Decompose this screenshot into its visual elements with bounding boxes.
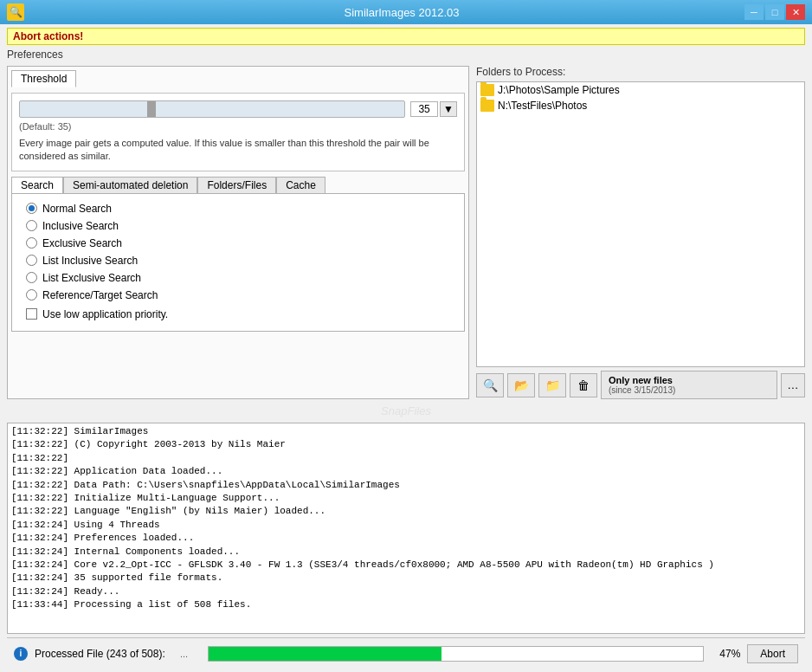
- log-line: [11:32:24] Internal Components loaded...: [11, 546, 801, 559]
- status-sub: ...: [180, 649, 197, 659]
- search-folders-button[interactable]: 🔍: [476, 373, 504, 397]
- delete-folder-button[interactable]: 🗑: [570, 373, 597, 397]
- close-button[interactable]: ✕: [786, 4, 805, 20]
- low-priority-label: Use low application priority.: [42, 308, 168, 320]
- threshold-dropdown[interactable]: ▼: [440, 101, 457, 117]
- folder-path-0: J:\Photos\Sample Pictures: [498, 84, 620, 96]
- radio-exclusive-circle[interactable]: [26, 237, 37, 249]
- radio-group: Normal Search Inclusive Search Exclusive…: [26, 203, 450, 301]
- threshold-value[interactable]: 35: [410, 101, 438, 117]
- watermark: SnapFiles: [7, 403, 805, 419]
- only-new-files-label: Only new files: [609, 375, 673, 385]
- top-section: Threshold 35 ▼ (Default: 35) Every image…: [7, 66, 805, 399]
- log-line: [11:32:22] Language "English" (by Nils M…: [11, 505, 801, 518]
- folder-item-1[interactable]: N:\TestFiles\Photos: [477, 98, 804, 113]
- radio-list-exclusive-circle[interactable]: [26, 272, 37, 283]
- log-line: [11:32:22] SimilarImages: [11, 425, 801, 438]
- log-line: [11:32:24] Core v2.2_Opt-ICC - GFLSDK 3.…: [11, 559, 801, 572]
- log-line: [11:32:24] Preferences loaded...: [11, 532, 801, 545]
- watermark-text: SnapFiles: [381, 404, 431, 417]
- folder-path-1: N:\TestFiles\Photos: [498, 100, 587, 112]
- radio-list-inclusive-circle[interactable]: [26, 255, 37, 266]
- radio-list-exclusive[interactable]: List Exclusive Search: [26, 272, 450, 284]
- radio-normal-label: Normal Search: [42, 203, 112, 215]
- progress-bar: [209, 647, 441, 661]
- status-processed: Processed File (243 of 508):: [35, 648, 173, 660]
- low-priority-item[interactable]: Use low application priority.: [26, 308, 450, 320]
- log-line: [11:32:24] 35 supported file formats.: [11, 572, 801, 585]
- radio-inclusive-circle[interactable]: [26, 220, 37, 231]
- main-area: Abort actions! Preferences Threshold 35 …: [0, 24, 812, 672]
- status-icon: i: [14, 647, 28, 661]
- radio-list-inclusive-label: List Inclusive Search: [42, 255, 138, 267]
- folders-panel: Folders to Process: J:\Photos\Sample Pic…: [476, 66, 805, 399]
- folders-list[interactable]: J:\Photos\Sample Pictures N:\TestFiles\P…: [476, 81, 805, 367]
- only-new-files-since: (since 3/15/2013): [609, 385, 675, 395]
- log-line: [11:33:44] Processing a list of 508 file…: [11, 598, 801, 611]
- folders-toolbar: 🔍 📂 📁 🗑 Only new files (since 3/15/2013)…: [476, 371, 805, 399]
- log-line: [11:32:22]: [11, 452, 801, 465]
- radio-normal[interactable]: Normal Search: [26, 203, 450, 215]
- log-line: [11:32:24] Ready...: [11, 585, 801, 598]
- more-button[interactable]: …: [781, 373, 805, 397]
- log-line: [11:32:22] (C) Copyright 2003-2013 by Ni…: [11, 438, 801, 451]
- radio-inclusive[interactable]: Inclusive Search: [26, 220, 450, 232]
- log-line: [11:32:24] Using 4 Threads: [11, 519, 801, 532]
- radio-reference-label: Reference/Target Search: [42, 289, 158, 301]
- threshold-content: 35 ▼ (Default: 35) Every image pair gets…: [11, 93, 465, 171]
- log-line: [11:32:22] Data Path: C:\Users\snapfiles…: [11, 479, 801, 492]
- window-controls: ─ □ ✕: [744, 4, 805, 20]
- folders-label: Folders to Process:: [476, 66, 805, 78]
- tab-search[interactable]: Search: [11, 177, 63, 193]
- radio-reference[interactable]: Reference/Target Search: [26, 289, 450, 301]
- status-bar: i Processed File (243 of 508): ... 47% A…: [7, 637, 805, 669]
- log-line: [11:32:22] Application Data loaded...: [11, 465, 801, 478]
- search-tabs-bar: Search Semi-automated deletion Folders/F…: [11, 177, 465, 193]
- radio-list-inclusive[interactable]: List Inclusive Search: [26, 255, 450, 267]
- radio-list-exclusive-label: List Exclusive Search: [42, 272, 141, 284]
- slider-row: 35 ▼: [19, 100, 457, 118]
- low-priority-checkbox[interactable]: [26, 308, 37, 320]
- log-line: [11:32:22] Initialize Multi-Language Sup…: [11, 492, 801, 505]
- tab-semi-automated[interactable]: Semi-automated deletion: [63, 177, 197, 193]
- minimize-button[interactable]: ─: [744, 4, 764, 20]
- tab-cache[interactable]: Cache: [276, 177, 325, 193]
- threshold-slider-track[interactable]: [19, 100, 405, 118]
- search-content: Normal Search Inclusive Search Exclusive…: [11, 193, 465, 332]
- threshold-desc: Every image pair gets a computed value. …: [19, 137, 457, 164]
- app-icon: 🔍: [7, 3, 24, 21]
- radio-inclusive-label: Inclusive Search: [42, 220, 119, 232]
- window-title: SimilarImages 2012.03: [59, 6, 744, 19]
- threshold-slider-thumb[interactable]: [147, 101, 156, 117]
- threshold-default: (Default: 35): [19, 121, 457, 132]
- folder-icon-0: [480, 84, 494, 96]
- title-bar: 🔍 SimilarImages 2012.03 ─ □ ✕: [0, 0, 812, 24]
- radio-normal-circle[interactable]: [26, 203, 37, 214]
- radio-exclusive[interactable]: Exclusive Search: [26, 237, 450, 249]
- log-area[interactable]: [11:32:22] SimilarImages[11:32:22] (C) C…: [7, 423, 805, 634]
- abort-bar: Abort actions!: [7, 28, 805, 45]
- preferences-label: Preferences: [7, 48, 805, 61]
- radio-exclusive-label: Exclusive Search: [42, 237, 122, 249]
- only-new-files-box: Only new files (since 3/15/2013): [601, 371, 777, 399]
- abort-button[interactable]: Abort: [747, 644, 798, 663]
- open-folder-button[interactable]: 📁: [538, 373, 566, 397]
- threshold-value-box: 35 ▼: [410, 101, 457, 117]
- folder-icon-1: [480, 100, 494, 112]
- add-folder-button[interactable]: 📂: [507, 373, 535, 397]
- progress-pct: 47%: [714, 648, 740, 660]
- inner-tabs: Threshold: [11, 70, 465, 87]
- preferences-panel: Threshold 35 ▼ (Default: 35) Every image…: [7, 66, 469, 399]
- progress-container: [208, 646, 704, 662]
- radio-reference-circle[interactable]: [26, 289, 37, 300]
- maximize-button[interactable]: □: [765, 4, 784, 20]
- tab-folders-files[interactable]: Folders/Files: [197, 177, 276, 193]
- threshold-tab[interactable]: Threshold: [11, 70, 76, 87]
- folder-item-0[interactable]: J:\Photos\Sample Pictures: [477, 82, 804, 98]
